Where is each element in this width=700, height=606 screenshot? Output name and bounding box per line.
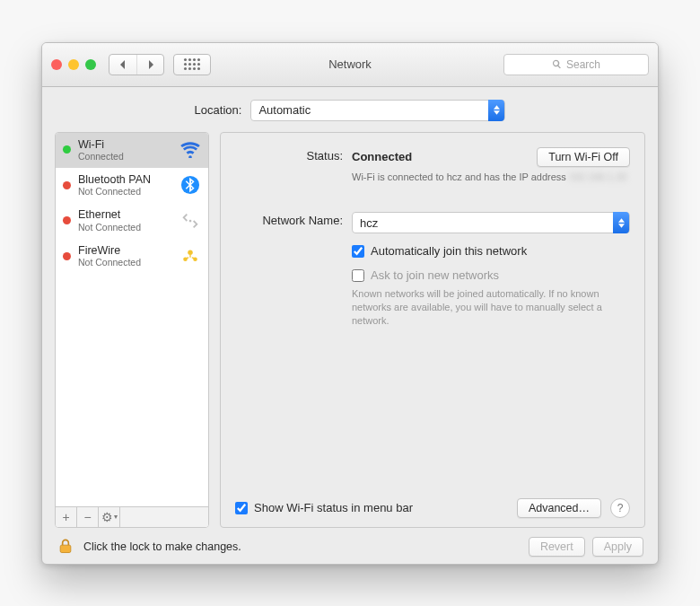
revert-button[interactable]: Revert — [529, 537, 585, 557]
search-placeholder: Search — [566, 58, 600, 71]
sidebar-item-label: Bluetooth PAN — [78, 173, 172, 186]
back-button[interactable] — [109, 55, 136, 75]
location-value: Automatic — [258, 103, 311, 117]
sidebar-item-status: Not Connected — [78, 257, 172, 268]
sidebar-item-status: Not Connected — [78, 186, 172, 197]
forward-button[interactable] — [136, 55, 163, 75]
service-sidebar: Wi-Fi Connected Bluetooth PAN Not Connec… — [55, 132, 209, 528]
network-name-select[interactable]: hcz — [352, 212, 630, 233]
search-input[interactable]: Search — [503, 54, 649, 75]
status-help-text: Wi-Fi is connected to hcz and has the IP… — [352, 171, 630, 184]
show-menubar-input[interactable] — [235, 502, 248, 514]
service-list: Wi-Fi Connected Bluetooth PAN Not Connec… — [56, 133, 208, 506]
location-row: Location: Automatic — [55, 100, 645, 121]
status-dot-icon — [63, 145, 71, 154]
ethernet-icon — [179, 210, 201, 232]
network-name-value: hcz — [360, 216, 378, 230]
location-select[interactable]: Automatic — [250, 100, 505, 121]
ask-join-checkbox[interactable]: Ask to join new networks — [352, 268, 630, 282]
status-dot-icon — [63, 181, 71, 189]
auto-join-input[interactable] — [352, 245, 364, 258]
close-icon[interactable] — [51, 59, 62, 70]
lock-icon[interactable] — [57, 537, 76, 557]
sidebar-footer-spacer — [120, 507, 208, 527]
remove-service-button[interactable]: − — [77, 507, 99, 527]
status-dot-icon — [63, 252, 71, 260]
ip-address-masked: 192.168.1.20 — [569, 171, 626, 182]
popup-arrows-icon — [488, 100, 504, 121]
auto-join-checkbox[interactable]: Automatically join this network — [352, 244, 630, 258]
wifi-toggle-button[interactable]: Turn Wi-Fi Off — [537, 147, 630, 167]
help-button[interactable]: ? — [610, 498, 630, 518]
advanced-button[interactable]: Advanced… — [517, 498, 601, 518]
svg-point-1 — [189, 219, 192, 222]
show-menubar-checkbox[interactable]: Show Wi-Fi status in menu bar — [235, 501, 413, 514]
nav-segment — [109, 54, 164, 75]
minimize-icon[interactable] — [68, 59, 79, 70]
network-prefs-window: { "window": { "title": "Network" }, "too… — [41, 42, 659, 565]
firewire-icon — [179, 245, 201, 267]
grid-icon — [184, 58, 200, 70]
window-footer: Click the lock to make changes. Revert A… — [55, 528, 645, 558]
ask-join-help-text: Known networks will be joined automatica… — [352, 287, 630, 328]
popup-arrows-icon — [613, 212, 629, 233]
search-icon — [552, 59, 562, 69]
sidebar-item-label: Ethernet — [78, 208, 172, 221]
sidebar-item-label: FireWire — [78, 244, 172, 257]
body: Location: Automatic Wi-Fi Connected — [42, 87, 658, 564]
network-name-label: Network Name: — [235, 212, 352, 227]
sidebar-item-ethernet[interactable]: Ethernet Not Connected — [56, 203, 208, 238]
zoom-icon[interactable] — [85, 59, 96, 70]
sidebar-item-status: Not Connected — [78, 222, 172, 233]
wifi-icon — [179, 139, 201, 161]
sidebar-item-label: Wi-Fi — [78, 138, 172, 151]
sidebar-item-wifi[interactable]: Wi-Fi Connected — [56, 133, 208, 168]
gear-icon: ⚙︎ — [101, 510, 113, 524]
add-service-button[interactable]: + — [56, 507, 77, 527]
location-label: Location: — [195, 103, 242, 117]
status-dot-icon — [63, 216, 71, 224]
sidebar-item-status: Connected — [78, 151, 172, 162]
sidebar-item-firewire[interactable]: FireWire Not Connected — [56, 239, 208, 274]
apply-button[interactable]: Apply — [592, 537, 643, 557]
sidebar-item-bluetooth-pan[interactable]: Bluetooth PAN Not Connected — [56, 168, 208, 203]
lock-text: Click the lock to make changes. — [83, 540, 241, 553]
status-label: Status: — [235, 147, 352, 162]
svg-point-2 — [188, 250, 193, 256]
sidebar-footer: + − ⚙︎▾ — [56, 506, 208, 527]
bluetooth-icon — [179, 174, 201, 196]
service-action-button[interactable]: ⚙︎▾ — [99, 507, 120, 527]
status-value: Connected — [352, 150, 412, 163]
ask-join-input[interactable] — [352, 269, 364, 282]
titlebar: Network Search — [42, 43, 658, 87]
detail-panel: Status: Connected Turn Wi-Fi Off Wi-Fi i… — [220, 132, 645, 528]
window-controls — [51, 59, 96, 70]
show-all-button[interactable] — [173, 54, 211, 75]
svg-rect-5 — [60, 545, 71, 552]
